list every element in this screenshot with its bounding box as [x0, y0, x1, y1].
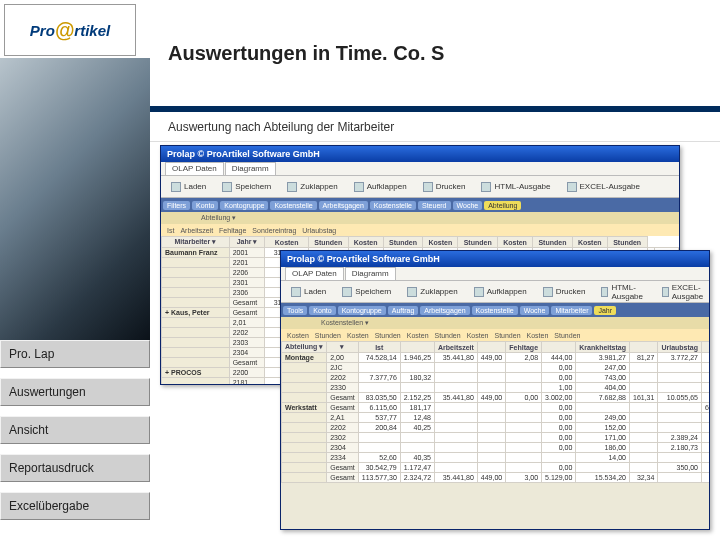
toolbar-speichern[interactable]: Speichern [218, 180, 275, 194]
nav-prolap[interactable]: Pro. Lap [0, 340, 150, 368]
pivot-chip[interactable]: Filters [163, 201, 190, 210]
table-row[interactable]: 22027.377,76180,320,00743,00 [282, 373, 710, 383]
row-year: 2,A1 [327, 413, 359, 423]
row-year: 2301 [229, 278, 265, 288]
measure-label: Stunden [315, 332, 341, 339]
column-header[interactable]: Stunden [383, 237, 423, 248]
toolbar-excel[interactable]: EXCEL-Ausgabe [563, 180, 644, 194]
row-label [282, 443, 327, 453]
cell [506, 453, 542, 463]
pivot-chip[interactable]: Tools [283, 306, 307, 315]
column-header[interactable]: Abteilung ▾ [282, 342, 327, 353]
column-header[interactable]: Kosten [572, 237, 607, 248]
table-row[interactable]: Gesamt113.577,302.324,7235.441,80449,003… [282, 473, 710, 483]
column-header[interactable]: Stunden [607, 237, 647, 248]
row-year: 2306 [229, 288, 265, 298]
pivot-chip[interactable]: Woche [520, 306, 550, 315]
nav-ansicht[interactable]: Ansicht [0, 416, 150, 444]
table-row[interactable]: Montage2,0074.528,141.946,2535.441,80449… [282, 353, 710, 363]
grid[interactable]: Abteilung ▾▾IstArbeitszeitFehltageKrankh… [281, 341, 709, 529]
tab-diagramm[interactable]: Diagramm [225, 162, 276, 175]
table-row[interactable]: Gesamt30.542,791.172,470,00350,00 [282, 463, 710, 473]
column-header[interactable]: ▾ [327, 342, 359, 353]
tab-olap[interactable]: OLAP Daten [165, 162, 224, 175]
toolbar-html[interactable]: HTML-Ausgabe [597, 281, 650, 303]
pivot-chip[interactable]: Auftrag [388, 306, 419, 315]
pivot-chip[interactable]: Kostenstelle [370, 201, 416, 210]
cell [435, 363, 478, 373]
toolbar-laden[interactable]: Laden [167, 180, 210, 194]
tab-olap[interactable]: OLAP Daten [285, 267, 344, 280]
pivot-chip[interactable]: Konto [309, 306, 335, 315]
pivot-chip[interactable]: Arbeitsgagen [319, 201, 368, 210]
cell [506, 443, 542, 453]
group-dimension[interactable]: Kostenstellen ▾ [321, 319, 369, 327]
column-header[interactable] [542, 342, 576, 353]
nav-exceluebergabe[interactable]: Excelübergabe [0, 492, 150, 520]
column-header[interactable] [477, 342, 505, 353]
pivot-chip[interactable]: Mitarbeiter [551, 306, 592, 315]
toolbar-zuklappen[interactable]: Zuklappen [403, 285, 461, 299]
column-header[interactable]: Kosten [265, 237, 308, 248]
toolbar-zuklappen[interactable]: Zuklappen [283, 180, 341, 194]
nav-reportausdruck[interactable]: Reportausdruck [0, 454, 150, 482]
column-header[interactable]: Kosten [423, 237, 458, 248]
tab-diagramm[interactable]: Diagramm [345, 267, 396, 280]
column-header[interactable]: Fehltage [506, 342, 542, 353]
table-row[interactable]: 23040,00186,002.180,73 [282, 443, 710, 453]
toolbar-html[interactable]: HTML-Ausgabe [477, 180, 554, 194]
column-header[interactable]: Ist [358, 342, 400, 353]
collapse-icon [407, 287, 417, 297]
pivot-chip[interactable]: Woche [453, 201, 483, 210]
pivot-chip[interactable]: Steuerd [418, 201, 451, 210]
group-dimension[interactable]: Abteilung ▾ [201, 214, 236, 222]
column-header[interactable]: Urlaubstag [658, 342, 702, 353]
cell: 0,00 [542, 423, 576, 433]
toolbar-drucken[interactable]: Drucken [539, 285, 590, 299]
table-row[interactable]: 2202200,8440,250,00152,00 [282, 423, 710, 433]
toolbar-aufklappen[interactable]: Aufklappen [350, 180, 411, 194]
pivot-chip[interactable]: Arbeitsgagen [420, 306, 469, 315]
column-header[interactable]: Arbeitszeit [435, 342, 478, 353]
table-row[interactable]: 233452,6040,3514,00 [282, 453, 710, 463]
pivot-chip[interactable]: Konto [192, 201, 218, 210]
cell: 30.542,79 [358, 463, 400, 473]
cell [701, 453, 709, 463]
toolbar-excel[interactable]: EXCEL-Ausgabe [658, 281, 710, 303]
pivot-chip[interactable]: Kontogruppe [220, 201, 268, 210]
toolbar-speichern[interactable]: Speichern [338, 285, 395, 299]
toolbar-drucken[interactable]: Drucken [419, 180, 470, 194]
table-row[interactable]: 23020,00171,002.389,24207,35 [282, 433, 710, 443]
table-row[interactable]: 2JC0,00247,00 [282, 363, 710, 373]
row-label [282, 423, 327, 433]
table-row[interactable]: 2,A1537,7712,480,00249,00 [282, 413, 710, 423]
pivot-chip[interactable]: Kostenstelle [472, 306, 518, 315]
cell: 0,00 [542, 443, 576, 453]
column-header[interactable]: Kosten [498, 237, 533, 248]
table-row[interactable]: 23301,00404,00 [282, 383, 710, 393]
nav-auswertungen[interactable]: Auswertungen [0, 378, 150, 406]
cell [435, 403, 478, 413]
pivot-chip[interactable]: Kontogruppe [338, 306, 386, 315]
pivot-chip[interactable]: Jahr [594, 306, 616, 315]
column-header[interactable]: Krankheitstag [576, 342, 630, 353]
column-header[interactable]: Kosten [348, 237, 383, 248]
toolbar-aufklappen[interactable]: Aufklappen [470, 285, 531, 299]
table-row[interactable]: Gesamt83.035,502.152,2535.441,80449,000,… [282, 393, 710, 403]
table-row[interactable]: WerkstattGesamt6.115,60181,170,006.550,0… [282, 403, 710, 413]
column-header[interactable] [400, 342, 434, 353]
excel-icon [567, 182, 577, 192]
column-header[interactable]: Mitarbeiter ▾ [162, 237, 230, 248]
pivot-chip[interactable]: Abteilung [484, 201, 521, 210]
row-label: Werkstatt [282, 403, 327, 413]
column-header[interactable]: Stunden [308, 237, 348, 248]
row-label [282, 473, 327, 483]
column-header[interactable]: Jahr ▾ [229, 237, 265, 248]
pivot-chip[interactable]: Kostenstelle [270, 201, 316, 210]
column-header[interactable]: Stunden [458, 237, 498, 248]
column-header[interactable] [629, 342, 657, 353]
column-header[interactable]: Stunden [533, 237, 573, 248]
cell [477, 403, 505, 413]
column-header[interactable] [701, 342, 709, 353]
toolbar-laden[interactable]: Laden [287, 285, 330, 299]
